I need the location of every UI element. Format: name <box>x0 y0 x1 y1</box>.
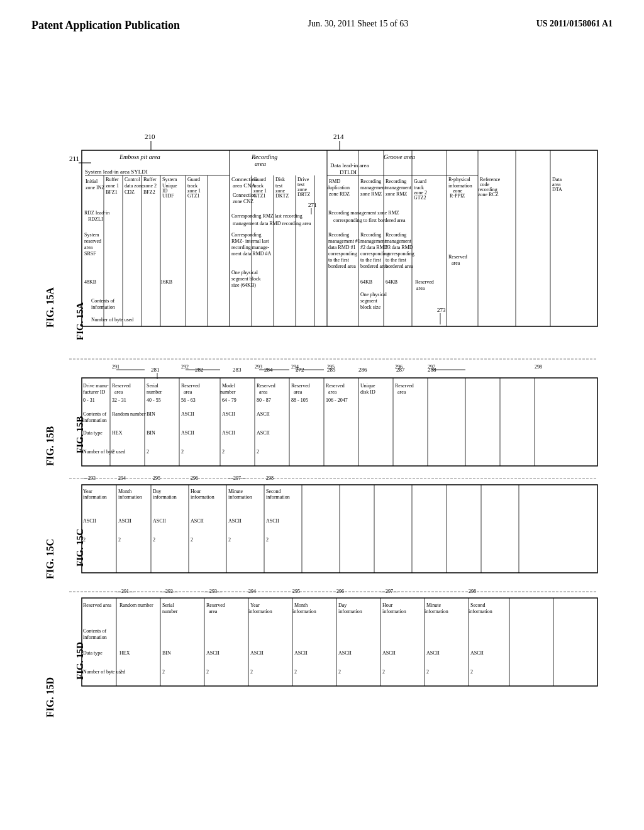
svg-text:64KB: 64KB <box>360 279 372 285</box>
svg-text:—293: —293 <box>82 475 96 481</box>
svg-text:area: area <box>416 285 425 291</box>
svg-text:Month: Month <box>118 489 131 494</box>
svg-text:zone RCZ: zone RCZ <box>478 192 499 197</box>
svg-text:area: area <box>84 245 93 250</box>
svg-text:area: area <box>397 389 406 395</box>
svg-text:BIN: BIN <box>147 430 155 436</box>
svg-text:information: information <box>425 609 448 614</box>
svg-text:—291—: —291— <box>116 589 135 594</box>
svg-text:ASCII: ASCII <box>222 411 235 417</box>
svg-text:Day: Day <box>338 602 347 608</box>
svg-text:disk ID: disk ID <box>360 389 375 395</box>
svg-text:RMD: RMD <box>329 179 340 184</box>
svg-text:Second: Second <box>266 489 281 494</box>
svg-text:Recording: Recording <box>251 153 277 160</box>
svg-text:2: 2 <box>162 669 165 675</box>
svg-text:Number of byte used: Number of byte used <box>91 317 133 323</box>
svg-text:FIG. 15A: FIG. 15A <box>75 302 85 340</box>
svg-text:bordered area: bordered area <box>328 263 356 269</box>
publication-date: Jun. 30, 2011 Sheet 15 of 63 <box>308 19 408 29</box>
svg-text:Minute: Minute <box>426 602 441 608</box>
svg-text:ASCII: ASCII <box>83 518 96 524</box>
svg-text:Second: Second <box>470 602 486 608</box>
svg-text:corresponding to first bordere: corresponding to first bordered area <box>333 218 406 223</box>
svg-text:88 - 105: 88 - 105 <box>291 397 308 403</box>
svg-text:Corresponding: Corresponding <box>231 232 262 238</box>
svg-text:area: area <box>328 389 337 395</box>
svg-text:298: 298 <box>266 475 274 481</box>
svg-text:2: 2 <box>294 669 297 675</box>
svg-text:2: 2 <box>181 449 184 455</box>
svg-text:ASCII: ASCII <box>257 430 270 436</box>
svg-text:0 - 31: 0 - 31 <box>83 397 95 403</box>
svg-text:295: 295 <box>153 475 160 481</box>
svg-text:information: information <box>91 304 115 310</box>
svg-text:data RMD #1: data RMD #1 <box>328 245 356 250</box>
svg-text:R-PPIZ: R-PPIZ <box>450 193 465 199</box>
svg-text:zone CNZ: zone CNZ <box>233 199 253 204</box>
svg-text:ASCII: ASCII <box>153 518 166 524</box>
svg-text:System: System <box>84 232 99 238</box>
svg-text:information: information <box>228 494 252 500</box>
svg-text:One physical: One physical <box>231 270 258 275</box>
svg-text:Random number: Random number <box>112 411 146 417</box>
svg-text:management: management <box>360 238 387 244</box>
svg-text:2: 2 <box>153 537 155 543</box>
svg-text:BFZ1: BFZ1 <box>106 189 118 195</box>
svg-text:Contents of: Contents of <box>83 628 106 634</box>
svg-text:Reserved: Reserved <box>206 602 225 608</box>
svg-text:block size: block size <box>360 304 381 310</box>
svg-text:bordered area: bordered area <box>386 263 413 269</box>
svg-text:RDZLI: RDZLI <box>88 216 103 222</box>
svg-text:Guard: Guard <box>253 177 266 182</box>
svg-text:zone INZ: zone INZ <box>86 185 105 191</box>
svg-text:ASCII: ASCII <box>338 650 352 656</box>
svg-text:area: area <box>209 609 218 614</box>
svg-text:ASCII: ASCII <box>294 650 308 656</box>
svg-text:ASCII: ASCII <box>266 518 279 524</box>
svg-text:information: information <box>266 494 290 500</box>
svg-text:information: information <box>469 609 492 614</box>
svg-text:information: information <box>83 634 107 640</box>
svg-text:Guard: Guard <box>187 177 200 182</box>
svg-text:area CNA: area CNA <box>233 182 256 189</box>
svg-text:Unique: Unique <box>360 383 375 389</box>
svg-text:recording manage-: recording manage- <box>231 245 270 250</box>
svg-text:information: information <box>153 494 177 500</box>
svg-text:segment block: segment block <box>231 276 260 282</box>
svg-text:information: information <box>118 494 142 500</box>
svg-text:32 - 31: 32 - 31 <box>112 397 126 403</box>
svg-text:ASCII: ASCII <box>250 650 264 656</box>
svg-text:2: 2 <box>228 537 231 543</box>
svg-text:40 - 55: 40 - 55 <box>147 397 161 403</box>
svg-text:ASCII: ASCII <box>206 650 219 656</box>
diagram-svg: FIG. 15A FIG. 15B FIG. 15C FIG. 15D 211 … <box>19 51 623 805</box>
svg-text:294: 294 <box>291 364 299 370</box>
svg-text:210: 210 <box>145 133 155 140</box>
svg-text:2: 2 <box>147 449 149 455</box>
svg-text:corresponding: corresponding <box>386 251 414 257</box>
svg-text:2: 2 <box>222 449 225 455</box>
svg-text:RDZ lead-in: RDZ lead-in <box>84 210 109 216</box>
svg-text:Corresponding RMZ last recordi: Corresponding RMZ last recording <box>231 213 303 219</box>
svg-text:298: 298 <box>535 364 542 370</box>
svg-text:BIN: BIN <box>162 650 171 656</box>
svg-text:295: 295 <box>292 589 300 594</box>
svg-text:ASCII: ASCII <box>228 518 242 524</box>
svg-text:HEX: HEX <box>112 430 123 436</box>
svg-text:BIN: BIN <box>147 411 155 417</box>
svg-text:Reserved: Reserved <box>112 383 131 389</box>
svg-text:296: 296 <box>191 475 198 481</box>
svg-text:ment data RMD #A: ment data RMD #A <box>231 251 272 257</box>
svg-text:214: 214 <box>333 133 344 140</box>
svg-text:to the first: to the first <box>328 257 350 263</box>
svg-text:Reserved: Reserved <box>181 383 200 389</box>
svg-text:Hour: Hour <box>191 489 201 494</box>
svg-text:ASCII: ASCII <box>470 650 484 656</box>
svg-text:2: 2 <box>118 537 121 543</box>
svg-text:zone 1: zone 1 <box>106 183 119 189</box>
svg-text:area: area <box>255 160 266 167</box>
svg-text:DTA: DTA <box>552 187 562 192</box>
svg-text:ASCII: ASCII <box>191 518 204 524</box>
svg-text:DTLDI: DTLDI <box>340 169 357 175</box>
